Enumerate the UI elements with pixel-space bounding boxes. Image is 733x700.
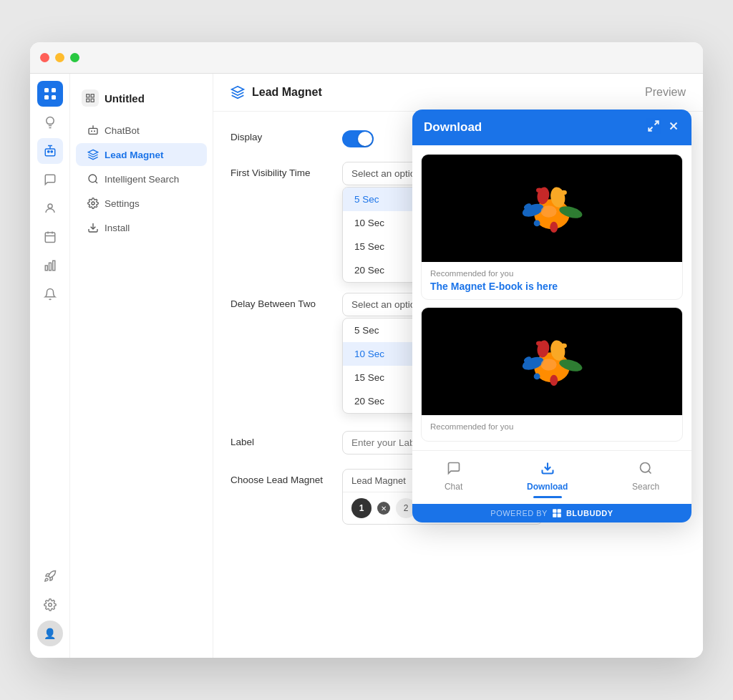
svg-point-46 [560, 344, 567, 349]
svg-rect-8 [45, 233, 55, 243]
svg-point-48 [536, 341, 543, 346]
sidebar-icon-settings[interactable] [37, 592, 63, 618]
widget-card-2: Recommended for you [421, 307, 683, 442]
display-label: Display [230, 126, 331, 142]
widget-close-icon[interactable] [667, 120, 680, 135]
project-title: Untitled [70, 85, 213, 118]
widget-tab-download[interactable]: Download [515, 458, 579, 501]
search-tab-icon [639, 461, 653, 479]
svg-point-12 [48, 603, 52, 607]
download-tab-icon [540, 461, 555, 479]
sidebar-icon-chart[interactable] [37, 253, 63, 278]
svg-rect-3 [52, 95, 56, 99]
svg-rect-0 [44, 88, 49, 92]
svg-rect-1 [52, 88, 56, 92]
delay-label: Delay Between Two [230, 293, 331, 309]
svg-point-18 [91, 130, 92, 132]
svg-point-32 [550, 222, 558, 233]
svg-rect-53 [553, 509, 556, 512]
widget-card-1-body: Recommended for you The Magnet E-book is… [422, 262, 682, 299]
svg-rect-10 [49, 263, 51, 271]
display-toggle[interactable] [342, 130, 374, 147]
svg-point-20 [89, 175, 97, 183]
svg-rect-13 [87, 94, 89, 97]
widget-tabs: Chat Download [412, 451, 691, 504]
nav-item-lead-magnet[interactable]: Lead Magnet [76, 143, 207, 166]
sidebar-icon-person[interactable] [37, 195, 63, 221]
page-title: Lead Magnet [252, 86, 322, 99]
widget-body: Recommended for you The Magnet E-book is… [412, 145, 691, 450]
search-tab-label: Search [632, 482, 659, 492]
main-content: Lead Magnet Preview Display First Visib [213, 74, 703, 658]
app-window: 👤 Untitled [30, 42, 703, 658]
svg-rect-2 [44, 95, 49, 99]
brand-name: BLUBUDDY [566, 509, 613, 517]
svg-point-7 [48, 204, 52, 208]
nav-item-chatbot[interactable]: ChatBot [76, 119, 207, 142]
svg-rect-11 [52, 261, 54, 271]
project-icon [82, 89, 99, 107]
sidebar-icon-rocket[interactable] [37, 563, 63, 589]
svg-rect-17 [89, 128, 97, 134]
widget-expand-icon[interactable] [647, 120, 660, 135]
widget-header-icons [647, 120, 680, 135]
nav-item-install[interactable]: Install [76, 216, 207, 239]
sidebar-icon-bot[interactable] [37, 138, 63, 164]
preview-widget: Download [412, 110, 691, 522]
download-tab-indicator [533, 496, 562, 498]
chat-tab-label: Chat [445, 482, 462, 492]
lm-close-btn[interactable]: ✕ [377, 502, 390, 515]
widget-card-1-image [422, 155, 682, 262]
main-header-title-area: Lead Magnet [230, 85, 322, 99]
widget-card-1-subtitle: Recommended for you [430, 269, 674, 278]
widget-card-2-body: Recommended for you [422, 415, 682, 441]
svg-rect-14 [91, 94, 94, 97]
powered-by-bar: POWERED BY BLUBUDDY [412, 504, 691, 522]
widget-tab-chat[interactable]: Chat [433, 458, 474, 501]
toggle-knob [358, 132, 372, 146]
widget-header: Download [412, 110, 691, 145]
minimize-traffic-light[interactable] [55, 53, 64, 62]
sidebar-icon-lightbulb[interactable] [37, 110, 63, 135]
main-header: Lead Magnet Preview [213, 74, 703, 112]
svg-point-36 [536, 188, 543, 193]
sidebar-icon-chat[interactable] [37, 167, 63, 193]
lm-badge-1[interactable]: 1 [351, 498, 372, 518]
widget-tab-search[interactable]: Search [621, 458, 671, 501]
label-field-label: Label [230, 431, 331, 447]
widget-footer: Chat Download [412, 450, 691, 522]
svg-point-34 [560, 190, 567, 195]
nav-sidebar: Untitled ChatBot Lead Magnet [70, 74, 213, 658]
first-visibility-placeholder: Select an option [351, 168, 421, 179]
svg-rect-16 [91, 99, 94, 102]
svg-point-19 [94, 130, 95, 132]
sidebar-icon-bell[interactable] [37, 281, 63, 307]
brand-logo-icon [552, 508, 562, 518]
close-traffic-light[interactable] [40, 53, 49, 62]
delay-placeholder: Select an option [351, 299, 421, 310]
svg-rect-56 [558, 514, 561, 517]
nav-item-intelligent-search[interactable]: Intelligent Search [76, 167, 207, 190]
choose-magnet-label: Choose Lead Magnet [230, 469, 331, 485]
sidebar-icon-calendar[interactable] [37, 224, 63, 250]
svg-point-5 [47, 151, 49, 152]
svg-point-6 [51, 151, 52, 152]
sidebar-icon-grid[interactable] [37, 81, 63, 107]
svg-point-49 [534, 374, 540, 380]
powered-by-text: POWERED BY [490, 509, 548, 517]
fullscreen-traffic-light[interactable] [70, 53, 79, 62]
first-visibility-label: First Visibility Time [230, 162, 331, 178]
widget-title: Download [424, 120, 482, 135]
nav-item-settings[interactable]: Settings [76, 192, 207, 215]
preview-button[interactable]: Preview [645, 86, 686, 99]
svg-rect-54 [558, 509, 561, 512]
widget-card-1-title: The Magnet E-book is here [430, 281, 674, 292]
title-bar [30, 42, 703, 74]
svg-rect-9 [45, 266, 47, 271]
svg-rect-55 [553, 514, 556, 517]
widget-card-1: Recommended for you The Magnet E-book is… [421, 154, 683, 300]
svg-point-37 [534, 220, 540, 227]
sidebar-icon-avatar[interactable]: 👤 [37, 621, 63, 646]
svg-point-21 [92, 202, 94, 205]
svg-point-38 [541, 205, 557, 218]
